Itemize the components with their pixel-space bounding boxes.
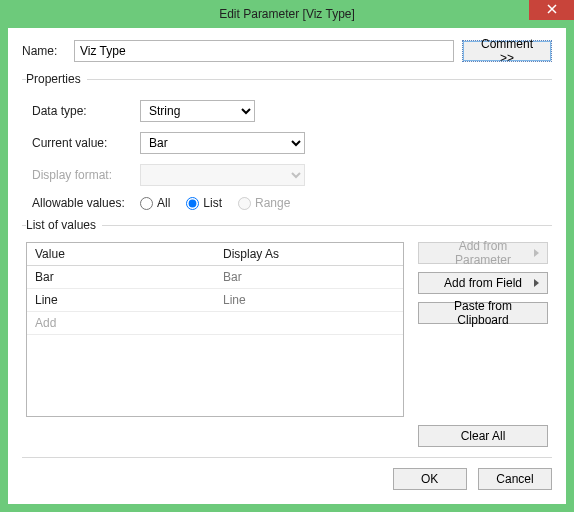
grid-header: Value Display As	[27, 243, 403, 266]
allowable-label: Allowable values:	[32, 196, 132, 210]
chevron-right-icon	[534, 279, 539, 287]
grid-row[interactable]: Line Line	[27, 289, 403, 312]
titlebar: Edit Parameter [Viz Type]	[0, 0, 574, 28]
grid-row[interactable]: Bar Bar	[27, 266, 403, 289]
display-format-label: Display format:	[32, 168, 132, 182]
allowable-range-text: Range	[255, 196, 290, 210]
clear-all-button[interactable]: Clear All	[418, 425, 548, 447]
col-value[interactable]: Value	[27, 243, 215, 265]
values-grid[interactable]: Value Display As Bar Bar Line Line Add	[26, 242, 404, 417]
current-value-label: Current value:	[32, 136, 132, 150]
display-format-select	[140, 164, 305, 186]
close-icon	[547, 3, 557, 17]
cell-add-display	[215, 312, 403, 334]
allowable-list-radio[interactable]: List	[186, 196, 222, 210]
list-group: List of values Value Display As Bar Bar …	[22, 218, 552, 447]
divider	[22, 457, 552, 458]
dialog-body: Name: Comment >> Properties Data type: S…	[8, 28, 566, 504]
list-legend: List of values	[26, 218, 102, 232]
comment-button[interactable]: Comment >>	[462, 40, 552, 62]
ok-button[interactable]: OK	[393, 468, 467, 490]
footer: OK Cancel	[22, 468, 552, 490]
cancel-button[interactable]: Cancel	[478, 468, 552, 490]
allowable-list-input[interactable]	[186, 197, 199, 210]
add-from-field-button[interactable]: Add from Field	[418, 272, 548, 294]
allowable-range-input	[238, 197, 251, 210]
current-value-select[interactable]: Bar	[140, 132, 305, 154]
properties-legend: Properties	[26, 72, 87, 86]
current-value-row: Current value: Bar	[26, 132, 548, 154]
properties-group: Properties Data type: String Current val…	[22, 72, 552, 212]
add-from-parameter-label: Add from Parameter	[429, 239, 537, 267]
allowable-all-input[interactable]	[140, 197, 153, 210]
side-buttons: Add from Parameter Add from Field Paste …	[418, 242, 548, 417]
name-label: Name:	[22, 44, 66, 58]
add-from-field-label: Add from Field	[444, 276, 522, 290]
allowable-all-radio[interactable]: All	[140, 196, 170, 210]
cell-display[interactable]: Bar	[215, 266, 403, 288]
add-from-parameter-button: Add from Parameter	[418, 242, 548, 264]
allowable-range-radio: Range	[238, 196, 290, 210]
close-button[interactable]	[529, 0, 574, 20]
data-type-row: Data type: String	[26, 100, 548, 122]
data-type-select[interactable]: String	[140, 100, 255, 122]
display-format-row: Display format:	[26, 164, 548, 186]
allowable-all-text: All	[157, 196, 170, 210]
cell-value[interactable]: Bar	[27, 266, 215, 288]
paste-from-clipboard-button[interactable]: Paste from Clipboard	[418, 302, 548, 324]
cell-value[interactable]: Line	[27, 289, 215, 311]
cell-display[interactable]: Line	[215, 289, 403, 311]
col-display[interactable]: Display As	[215, 243, 403, 265]
name-row: Name: Comment >>	[22, 40, 552, 62]
grid-row-add[interactable]: Add	[27, 312, 403, 335]
list-area: Value Display As Bar Bar Line Line Add	[26, 242, 548, 417]
data-type-label: Data type:	[32, 104, 132, 118]
window-frame: Edit Parameter [Viz Type] Name: Comment …	[0, 0, 574, 512]
cell-add[interactable]: Add	[27, 312, 215, 334]
window-title: Edit Parameter [Viz Type]	[219, 7, 355, 21]
allowable-list-text: List	[203, 196, 222, 210]
name-input[interactable]	[74, 40, 454, 62]
chevron-right-icon	[534, 249, 539, 257]
allowable-row: Allowable values: All List Range	[26, 196, 548, 210]
clear-row: Clear All	[26, 425, 548, 447]
